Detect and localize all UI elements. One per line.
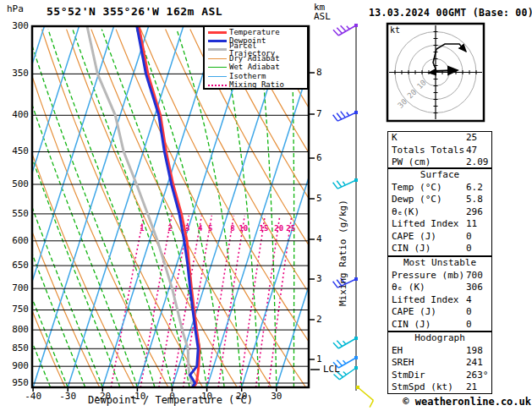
temp-tick-label: -20 (90, 392, 115, 401)
copyright: © weatheronline.co.uk (364, 396, 531, 408)
legend-item: Parcel Trajectory (205, 46, 307, 54)
pressure-tick-label: 500 (3, 179, 29, 189)
wet-adiabat-line (311, 30, 320, 387)
table-row-value: 4 (466, 294, 491, 307)
legend-item-label: Wet Adiabat (229, 63, 280, 71)
km-tick-label: 4 (316, 234, 322, 244)
mixing-ratio-value-label: 20 (273, 225, 285, 233)
wind-barb-full (341, 112, 346, 118)
hodograph-storm-vector (435, 70, 458, 71)
indices-table-section: SurfaceTemp (°C)6.2Dewp (°C)5.8θₑ(K)296L… (387, 168, 492, 256)
table-row-label: CIN (J) (392, 319, 466, 332)
table-row: Pressure (mb)700 (388, 270, 491, 282)
table-row: CAPE (J)0 (388, 231, 491, 244)
table-row-label: Lifted Index (392, 218, 466, 231)
km-tick-label: 8 (316, 68, 322, 77)
wind-barb-half (343, 182, 345, 185)
wind-barb-station-dot (354, 356, 358, 359)
wind-barb-staff (338, 358, 356, 368)
pressure-tick-label: 950 (3, 378, 29, 387)
wind-barb-half (343, 341, 346, 344)
pressure-tick-label: 450 (3, 146, 29, 156)
pressure-tick-label: 350 (3, 68, 29, 78)
indices-table-section: K25Totals Totals47PW (cm)2.09 (387, 131, 492, 168)
table-row-label: CAPE (J) (392, 231, 466, 244)
table-row-label: StmSpd (kt) (392, 381, 466, 394)
legend-line-sample (208, 76, 227, 77)
table-row: CAPE (J)0 (388, 306, 491, 319)
wind-barb-station-dot (354, 178, 358, 182)
pressure-tick-label: 750 (3, 304, 29, 314)
table-row-value: 198 (466, 345, 491, 358)
km-axis-unit: km ASL (314, 3, 331, 21)
mixing-ratio-value-label: 1 (136, 225, 148, 233)
legend-item: Wet Adiabat (205, 63, 307, 72)
table-row-value: 0 (466, 243, 491, 255)
table-row: θₑ (K)306 (388, 282, 491, 294)
wind-barb-full (333, 115, 338, 121)
table-row-label: CAPE (J) (392, 306, 466, 319)
legend-item-label: Mixing Ratio (229, 81, 284, 89)
table-row-label: EH (392, 345, 466, 358)
temp-tick-label: 30 (264, 392, 289, 401)
indices-table-section: HodographEH198SREH241StmDir263°StmSpd (k… (387, 332, 492, 394)
wind-barb-station-dot (356, 386, 359, 389)
table-row: Temp (°C)6.2 (388, 182, 491, 195)
wind-barb-staff (338, 338, 356, 348)
table-row-value: 47 (466, 145, 491, 157)
wind-barb-staff (339, 368, 356, 380)
indices-table-section: Most UnstablePressure (mb)700θₑ (K)306Li… (387, 256, 492, 332)
km-tick-label: 3 (316, 274, 322, 283)
hodograph-unit-label: kt (390, 25, 400, 35)
table-row-value: 0 (466, 306, 491, 319)
table-row-label: Pressure (mb) (392, 270, 466, 282)
wind-barb-station-dot (354, 366, 358, 370)
table-row: Lifted Index11 (388, 218, 491, 231)
table-section-title: Hodograph (388, 332, 491, 345)
pressure-tick-label: 300 (3, 21, 29, 30)
mixing-ratio-value-label: 10 (238, 225, 250, 233)
table-row-label: PW (cm) (392, 156, 466, 169)
pressure-tick-label: 650 (3, 260, 29, 270)
legend-line-sample (208, 40, 227, 42)
table-section-title: Most Unstable (388, 257, 491, 270)
table-row-value: 296 (466, 206, 491, 219)
legend-item: Isotherm (205, 72, 307, 80)
table-row: CIN (J)0 (388, 319, 491, 332)
table-row-label: Dewp (°C) (392, 194, 466, 206)
table-row-label: θₑ (K) (392, 282, 466, 294)
temp-tick-label: 10 (195, 392, 220, 401)
wind-barb-full (333, 183, 338, 189)
wind-barb-station-dot (354, 111, 358, 114)
wind-barb-half (343, 360, 346, 364)
table-row-label: θₑ(K) (392, 206, 466, 219)
wind-barb-full (334, 375, 340, 380)
wind-barb-station-dot (354, 24, 358, 27)
hodograph-inflow-arrow (429, 72, 438, 73)
table-row: CIN (J)0 (388, 243, 491, 255)
table-row-label: K (392, 132, 466, 145)
wind-barb-half (347, 112, 349, 116)
table-row-label: Lifted Index (392, 294, 466, 307)
legend-item-label: Dry Adiabat (229, 55, 280, 63)
legend-line-sample (208, 85, 227, 86)
temp-tick-label: -40 (20, 392, 46, 401)
table-row-value: 263° (466, 370, 491, 382)
table-row-value: 700 (466, 270, 491, 282)
pressure-tick-label: 550 (3, 209, 29, 218)
mixing-ratio-value-label: 5 (205, 225, 217, 233)
pressure-tick-label: 600 (3, 236, 29, 245)
table-row: StmDir263° (388, 370, 491, 382)
wind-barb-full (337, 181, 342, 187)
pressure-tick-label: 850 (3, 343, 29, 353)
table-row-label: StmDir (392, 370, 466, 382)
table-row: SREH241 (388, 357, 491, 370)
pressure-tick-label: 400 (3, 110, 29, 119)
legend-line-sample (208, 67, 227, 68)
legend-line-sample (208, 31, 227, 34)
table-row-value: 21 (466, 381, 491, 394)
table-row: Dewp (°C)5.8 (388, 194, 491, 206)
pressure-axis-unit: hPa (7, 4, 24, 14)
wind-barb-full (337, 341, 342, 347)
table-row-value: 0 (466, 319, 491, 332)
